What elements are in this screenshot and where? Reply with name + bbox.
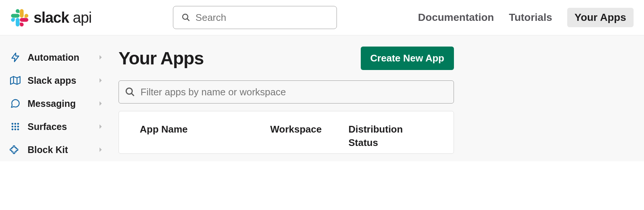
svg-point-13 <box>17 128 19 130</box>
chevron-right-icon <box>98 77 103 83</box>
nav-tutorials[interactable]: Tutorials <box>509 12 552 23</box>
page-header: Your Apps Create New App <box>119 47 454 70</box>
column-header-workspace: Workspace <box>270 122 334 150</box>
svg-point-5 <box>12 123 13 125</box>
map-icon <box>9 74 22 87</box>
column-header-distribution-status: Distribution Status <box>348 122 423 150</box>
svg-point-8 <box>12 126 13 128</box>
svg-point-12 <box>15 128 16 130</box>
table-header-row: App Name Workspace Distribution Status <box>140 122 433 150</box>
sidebar-item-label: Block Kit <box>28 144 92 155</box>
sidebar: Automation Slack apps Messaging <box>0 35 111 161</box>
chevron-right-icon <box>98 147 103 153</box>
svg-point-11 <box>12 128 13 130</box>
sidebar-item-slack-apps[interactable]: Slack apps <box>6 69 111 92</box>
top-bar: slack api Documentation Tutorials Your A… <box>0 0 644 35</box>
chevron-right-icon <box>98 54 103 60</box>
lightning-icon <box>9 51 22 64</box>
logo-text: slack api <box>34 9 92 26</box>
svg-point-6 <box>15 123 16 125</box>
sidebar-item-automation[interactable]: Automation <box>6 46 111 69</box>
chevron-right-icon <box>98 101 103 106</box>
sidebar-item-surfaces[interactable]: Surfaces <box>6 115 111 138</box>
svg-marker-2 <box>10 77 20 85</box>
filter-apps-input[interactable] <box>141 86 448 98</box>
main-content: Your Apps Create New App App Name Worksp… <box>111 35 454 161</box>
svg-point-0 <box>183 14 188 19</box>
svg-point-10 <box>17 126 19 128</box>
svg-line-1 <box>187 19 189 21</box>
column-header-app-name: App Name <box>140 122 255 150</box>
nav-your-apps[interactable]: Your Apps <box>567 8 634 27</box>
svg-point-14 <box>126 88 132 94</box>
page-title: Your Apps <box>119 48 203 69</box>
sidebar-item-messaging[interactable]: Messaging <box>6 92 111 115</box>
apps-table: App Name Workspace Distribution Status <box>119 111 454 154</box>
chat-icon <box>9 97 22 110</box>
slack-api-logo[interactable]: slack api <box>10 9 92 26</box>
sidebar-item-block-kit[interactable]: Block Kit <box>6 138 111 161</box>
create-new-app-button[interactable]: Create New App <box>361 47 454 70</box>
global-search[interactable] <box>173 6 337 29</box>
svg-line-15 <box>132 93 134 96</box>
puzzle-icon <box>9 143 22 156</box>
search-icon <box>181 13 190 22</box>
sidebar-item-label: Surfaces <box>28 121 92 132</box>
chevron-right-icon <box>98 124 103 130</box>
svg-point-9 <box>15 126 16 128</box>
grid-dots-icon <box>9 120 22 133</box>
sidebar-item-label: Messaging <box>28 98 92 109</box>
search-input[interactable] <box>196 12 328 23</box>
nav-documentation[interactable]: Documentation <box>418 12 494 23</box>
body: Automation Slack apps Messaging <box>0 35 644 161</box>
top-nav: Documentation Tutorials Your Apps <box>418 8 634 27</box>
svg-point-7 <box>17 123 19 125</box>
slack-logo-icon <box>10 9 28 26</box>
sidebar-item-label: Slack apps <box>28 75 92 86</box>
search-icon <box>125 87 135 97</box>
filter-apps-bar[interactable] <box>119 80 454 104</box>
sidebar-item-label: Automation <box>28 52 92 63</box>
